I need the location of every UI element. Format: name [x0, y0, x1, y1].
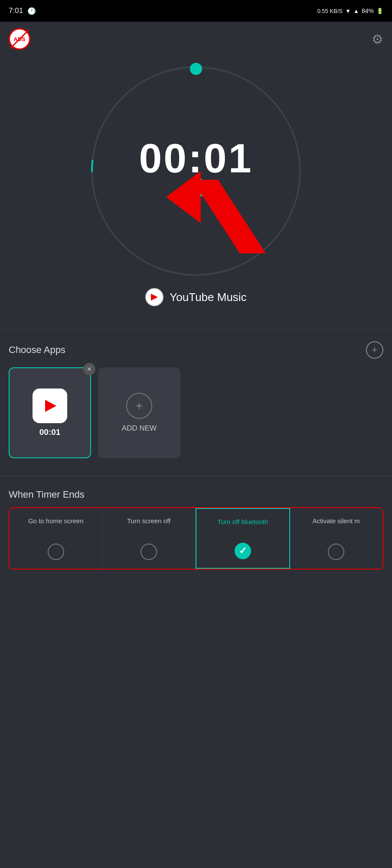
ads-badge[interactable]: ADS [9, 28, 30, 50]
youtube-music-icon [145, 288, 163, 306]
status-right: 0.55 KB/S ▼ ▲ 84% 🔋 [317, 7, 383, 14]
app-card-icon [33, 389, 67, 423]
timer-circle[interactable]: 00:01 [83, 58, 309, 284]
app-card-time: 00:01 [39, 428, 61, 437]
yt-play-icon [45, 400, 56, 412]
option-bluetooth[interactable]: Turn off bluetooth [196, 508, 290, 569]
svg-marker-3 [192, 180, 266, 253]
option-silent[interactable]: Activate silent m [290, 508, 383, 569]
option-home-label: Go to home screen [28, 517, 84, 538]
add-new-label: ADD NEW [122, 424, 157, 433]
svg-marker-4 [166, 171, 201, 223]
option-screen-off-label: Turn screen off [127, 517, 170, 538]
top-bar: ADS ⚙ [0, 22, 392, 54]
option-bluetooth-label: Turn off bluetooth [217, 518, 268, 537]
choose-apps-title: Choose Apps [9, 344, 65, 356]
red-arrow [166, 171, 266, 258]
add-new-card[interactable]: + ADD NEW [98, 367, 180, 458]
app-cards-list: ✕ 00:01 + ADD NEW [9, 367, 383, 458]
battery-icon: 🔋 [376, 8, 383, 14]
divider-1 [0, 328, 392, 328]
add-app-button[interactable]: + [366, 341, 383, 359]
wifi-icon: ▼ [345, 8, 351, 14]
status-bar: 7:01 🕐 0.55 KB/S ▼ ▲ 84% 🔋 [0, 0, 392, 22]
option-screen-off-radio[interactable] [140, 544, 157, 560]
divider-2 [0, 476, 392, 476]
timer-end-options: Go to home screen Turn screen off Turn o… [9, 507, 383, 570]
option-silent-label: Activate silent m [313, 517, 360, 538]
signal-icon: ▲ [353, 8, 359, 14]
status-left: 7:01 🕐 [9, 6, 36, 15]
clock-icon: 🕐 [27, 7, 36, 15]
option-screen-off[interactable]: Turn screen off [103, 508, 196, 569]
timer-section: 00:01 [0, 54, 392, 319]
time-display: 7:01 [9, 6, 23, 15]
yt-music-label[interactable]: YouTube Music [145, 288, 246, 306]
app-container: ADS ⚙ 00:01 [0, 22, 392, 578]
network-speed: 0.55 KB/S [317, 8, 343, 14]
add-new-circle-icon: + [126, 393, 152, 419]
timer-top-dot [190, 63, 202, 75]
settings-icon[interactable]: ⚙ [372, 32, 383, 47]
yt-music-text: YouTube Music [170, 291, 246, 304]
remove-card-button[interactable]: ✕ [83, 363, 95, 375]
choose-apps-header: Choose Apps + [9, 341, 383, 359]
when-timer-title: When Timer Ends [9, 489, 383, 500]
option-silent-radio[interactable] [328, 544, 344, 560]
battery-percent: 84% [362, 7, 374, 14]
choose-apps-section: Choose Apps + ✕ 00:01 + ADD NEW [0, 337, 392, 467]
ads-badge-text: ADS [13, 36, 25, 42]
youtube-music-card[interactable]: ✕ 00:01 [9, 367, 91, 458]
option-home-screen[interactable]: Go to home screen [10, 508, 103, 569]
when-timer-ends-section: When Timer Ends Go to home screen Turn s… [0, 485, 392, 578]
option-home-radio[interactable] [48, 544, 64, 560]
option-bluetooth-radio[interactable] [235, 543, 251, 559]
